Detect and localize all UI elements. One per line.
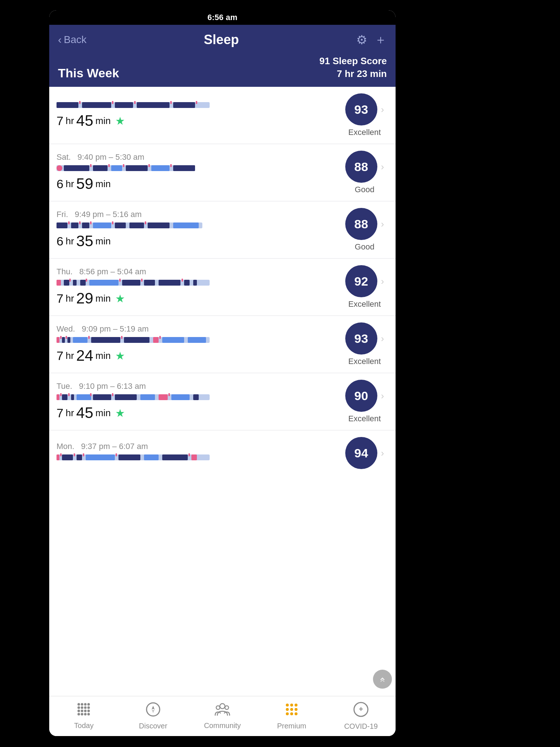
svg-point-110 (88, 710, 90, 712)
time-range-sat: 9:40 pm – 5:30 am (77, 152, 144, 162)
nav-discover-label: Discover (139, 722, 167, 730)
entry-right-mon: 94 › (341, 437, 388, 469)
svg-rect-46 (159, 280, 180, 286)
entry-right-sat: 88 › Good (341, 151, 388, 194)
svg-rect-81 (68, 393, 70, 396)
entry-right-inner-sat: 88 › (345, 151, 384, 183)
entry-left-fri: Fri. 9:49 pm – 5:16 am (57, 210, 341, 250)
svg-rect-41 (73, 280, 77, 286)
day-sat: Sat. (57, 152, 71, 162)
svg-point-104 (81, 707, 83, 709)
entry-right-wed: 93 › Excellent (341, 322, 388, 366)
sleep-bar-mon (57, 453, 210, 461)
day-time-thu: Thu. 8:56 pm – 5:04 am (57, 267, 341, 276)
svg-rect-53 (182, 279, 183, 282)
entry-right-inner-wed: 93 › (345, 322, 384, 355)
premium-icon (284, 702, 299, 720)
sleep-entry-wed[interactable]: Wed. 9:09 pm – 5:19 am (49, 316, 396, 373)
score-circle-wed: 93 (345, 322, 377, 355)
sleep-entry-mon[interactable]: Mon. 9:37 pm – 6:07 am (49, 430, 396, 476)
svg-rect-14 (93, 165, 108, 171)
svg-point-123 (295, 704, 298, 707)
sleep-entry-tue[interactable]: Tue. 9:10 pm – 6:13 am (49, 373, 396, 430)
entry-duration-wed: 7 hr 24 min ★ (57, 347, 341, 364)
entry-left-wed: Wed. 9:09 pm – 5:19 am (57, 324, 341, 364)
svg-text:+: + (359, 705, 363, 713)
svg-point-101 (84, 703, 87, 706)
svg-rect-89 (86, 454, 115, 460)
covid-icon: + (353, 702, 369, 720)
svg-rect-45 (144, 280, 155, 286)
score-circle-mon: 94 (345, 437, 377, 469)
svg-rect-27 (82, 222, 89, 228)
svg-rect-97 (116, 453, 117, 456)
header-actions: ⚙ ＋ (356, 31, 387, 48)
star-icon-thu: ★ (115, 292, 125, 305)
svg-rect-30 (129, 222, 144, 228)
nav-community[interactable]: Community (201, 703, 244, 730)
svg-rect-36 (112, 221, 113, 224)
svg-rect-76 (140, 394, 155, 400)
svg-rect-25 (57, 222, 67, 228)
svg-point-105 (84, 707, 87, 709)
svg-rect-17 (151, 165, 170, 171)
entry-duration-sat: 6 hr 59 min (57, 175, 341, 193)
svg-rect-40 (64, 280, 69, 286)
svg-rect-77 (159, 394, 168, 400)
svg-rect-8 (134, 101, 136, 104)
score-circle-sat: 88 (345, 151, 377, 183)
back-button[interactable]: ‹ Back (58, 34, 86, 46)
svg-rect-59 (91, 337, 120, 343)
svg-rect-20 (108, 164, 110, 167)
sleep-bar-tue (57, 393, 210, 401)
bottom-navigation: Today Discover (49, 696, 396, 736)
nav-covid-label: COVID-19 (344, 722, 378, 731)
sleep-entry-sat[interactable]: Sat. 9:40 pm – 5:30 am (49, 144, 396, 201)
time-range-fri: 9:49 pm – 5:16 am (75, 210, 141, 219)
nav-covid[interactable]: + COVID-19 (339, 702, 383, 731)
nav-discover[interactable]: Discover (131, 702, 175, 730)
entry-right-inner-mon: 94 › (345, 437, 384, 469)
svg-rect-47 (184, 280, 190, 286)
day-time-wed: Wed. 9:09 pm – 5:19 am (57, 324, 341, 334)
svg-point-129 (295, 712, 298, 715)
svg-rect-60 (124, 337, 149, 343)
entry-left-thu: Thu. 8:56 pm – 5:04 am (57, 267, 341, 307)
svg-rect-95 (74, 453, 75, 456)
svg-rect-74 (93, 394, 111, 400)
svg-point-113 (84, 713, 87, 716)
sleep-entry-thu[interactable]: Thu. 8:56 pm – 5:04 am (49, 259, 396, 316)
svg-point-100 (81, 703, 83, 706)
svg-point-128 (290, 712, 293, 715)
sleep-entry-top[interactable]: 7 hr 45 min ★ 93 › Excellent (49, 87, 396, 144)
sleep-bar-sat (57, 164, 210, 172)
svg-rect-90 (118, 454, 140, 460)
nav-premium[interactable]: Premium (270, 702, 314, 730)
chevron-right-icon-thu: › (381, 276, 384, 287)
time-range-mon: 9:37 pm – 6:07 am (81, 442, 148, 451)
svg-rect-67 (121, 336, 122, 339)
chevron-right-icon-wed: › (381, 333, 384, 344)
svg-rect-5 (173, 102, 195, 108)
add-icon[interactable]: ＋ (374, 31, 387, 48)
svg-rect-22 (148, 164, 150, 167)
nav-today[interactable]: Today (62, 703, 106, 730)
sleep-entry-fri[interactable]: Fri. 9:49 pm – 5:16 am (49, 201, 396, 259)
day-thu: Thu. (57, 267, 73, 276)
svg-rect-6 (79, 101, 81, 104)
svg-point-126 (295, 708, 298, 711)
settings-icon[interactable]: ⚙ (356, 32, 367, 47)
day-time-tue: Tue. 9:10 pm – 6:13 am (57, 382, 341, 391)
sleep-score-summary: 91 Sleep Score 7 hr 23 min (319, 55, 387, 80)
svg-rect-42 (80, 280, 86, 286)
svg-rect-16 (126, 165, 148, 171)
nav-today-label: Today (74, 721, 93, 730)
svg-rect-4 (137, 102, 170, 108)
svg-rect-82 (90, 393, 92, 396)
hours-thu: 7 (57, 291, 63, 306)
svg-marker-116 (152, 706, 155, 709)
svg-rect-86 (57, 454, 59, 460)
hours-tue: 7 (57, 406, 63, 420)
entry-left-top: 7 hr 45 min ★ (57, 101, 341, 129)
svg-point-120 (225, 706, 229, 709)
